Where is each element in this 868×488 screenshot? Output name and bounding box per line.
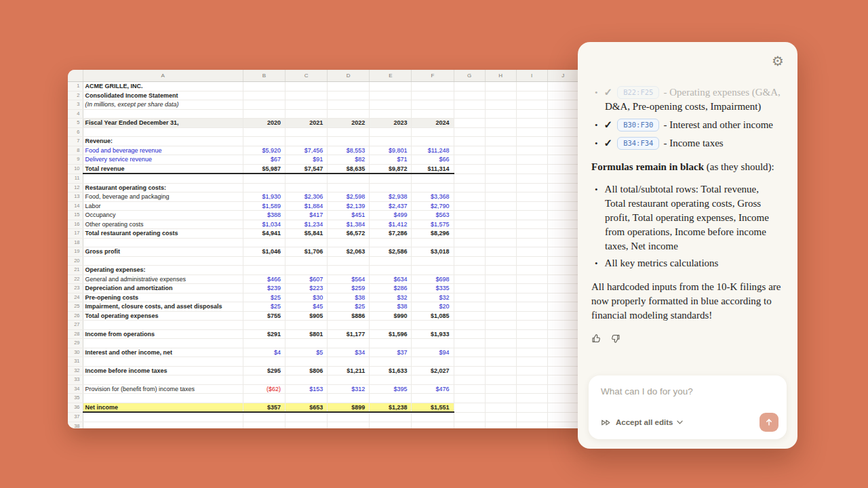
cell[interactable] <box>83 238 243 247</box>
cell[interactable] <box>547 293 578 302</box>
cell[interactable] <box>485 127 516 137</box>
cell[interactable] <box>454 201 485 211</box>
cell[interactable]: $1,238 <box>370 403 412 412</box>
cell[interactable]: $1,034 <box>243 220 285 229</box>
cell[interactable] <box>485 247 516 257</box>
cell[interactable] <box>412 321 454 330</box>
cell[interactable] <box>516 403 547 412</box>
cell[interactable]: $2,063 <box>328 247 370 257</box>
cell[interactable] <box>547 329 578 339</box>
cell[interactable] <box>285 127 328 137</box>
cell[interactable] <box>516 155 547 165</box>
cell[interactable] <box>243 394 285 403</box>
cell[interactable] <box>454 384 485 394</box>
cell[interactable] <box>547 266 578 275</box>
cell[interactable] <box>547 256 578 266</box>
cell[interactable] <box>516 384 547 394</box>
cell[interactable]: $1,085 <box>412 311 454 321</box>
cell[interactable] <box>454 137 485 146</box>
cell[interactable] <box>243 375 285 385</box>
cell[interactable] <box>328 127 370 137</box>
cell[interactable]: Total operating expenses <box>83 311 243 321</box>
cell[interactable]: Occupancy <box>83 211 243 220</box>
cell[interactable] <box>547 119 578 128</box>
thumbs-up-icon[interactable] <box>591 333 601 344</box>
column-header[interactable]: H <box>485 70 516 82</box>
cell[interactable]: $1,706 <box>285 247 328 257</box>
cell[interactable] <box>516 201 547 211</box>
cell[interactable]: $1,046 <box>243 247 285 257</box>
cell[interactable] <box>328 183 370 192</box>
cell[interactable] <box>547 201 578 211</box>
cell[interactable]: $990 <box>370 311 412 321</box>
cell[interactable] <box>412 82 454 92</box>
cell[interactable] <box>454 164 485 174</box>
cell[interactable] <box>485 174 516 183</box>
settings-gear-icon[interactable]: ⚙ <box>772 54 784 68</box>
cell[interactable]: $564 <box>328 274 370 284</box>
cell[interactable] <box>547 137 578 146</box>
cell[interactable] <box>485 339 516 348</box>
cell[interactable] <box>370 394 412 403</box>
cell[interactable] <box>547 127 578 137</box>
cell[interactable] <box>370 82 412 92</box>
row-header[interactable]: 15 <box>68 211 83 220</box>
cell[interactable] <box>454 229 485 239</box>
row-header[interactable]: 37 <box>68 412 83 422</box>
row-header[interactable]: 34 <box>68 384 83 394</box>
cell[interactable] <box>243 174 285 183</box>
cell[interactable]: $7,456 <box>285 146 328 155</box>
cell[interactable]: Fiscal Year Ended December 31, <box>83 119 243 128</box>
cell[interactable] <box>412 127 454 137</box>
row-header[interactable]: 27 <box>68 321 83 330</box>
thumbs-down-icon[interactable] <box>610 333 620 344</box>
cell[interactable] <box>516 91 547 100</box>
cell[interactable]: $8,296 <box>412 229 454 239</box>
row-header[interactable]: 7 <box>68 137 83 146</box>
row-header[interactable]: 33 <box>68 375 83 385</box>
cell[interactable] <box>83 256 243 266</box>
row-header[interactable]: 6 <box>68 127 83 137</box>
cell[interactable] <box>285 109 328 119</box>
row-header[interactable]: 25 <box>68 302 83 312</box>
cell[interactable] <box>485 183 516 192</box>
row-header[interactable]: 35 <box>68 394 83 403</box>
cell[interactable] <box>485 146 516 155</box>
cell[interactable] <box>547 412 578 422</box>
cell[interactable] <box>485 293 516 302</box>
column-header[interactable]: G <box>454 70 485 82</box>
cell[interactable] <box>485 403 516 412</box>
column-header[interactable]: I <box>516 70 547 82</box>
cell[interactable]: $905 <box>285 311 328 321</box>
cell-range-chip[interactable]: B22:F25 <box>617 86 659 99</box>
cell[interactable] <box>328 394 370 403</box>
cell[interactable] <box>328 412 370 422</box>
cell[interactable] <box>454 183 485 192</box>
cell[interactable]: $335 <box>412 284 454 293</box>
cell[interactable]: $34 <box>328 348 370 357</box>
cell[interactable]: Revenue: <box>83 137 243 146</box>
cell[interactable] <box>547 357 578 367</box>
cell[interactable] <box>83 412 243 422</box>
cell[interactable] <box>547 82 578 92</box>
cell[interactable] <box>485 238 516 247</box>
row-header[interactable]: 4 <box>68 109 83 119</box>
cell[interactable] <box>454 375 485 385</box>
cell[interactable] <box>412 266 454 275</box>
cell[interactable]: $25 <box>328 302 370 312</box>
cell[interactable] <box>516 238 547 247</box>
row-header[interactable]: 24 <box>68 293 83 302</box>
cell[interactable]: $395 <box>370 384 412 394</box>
cell[interactable] <box>83 109 243 119</box>
cell[interactable]: 2022 <box>328 119 370 128</box>
cell[interactable] <box>454 284 485 293</box>
cell[interactable] <box>547 211 578 220</box>
cell[interactable]: $1,234 <box>285 220 328 229</box>
cell[interactable] <box>516 146 547 155</box>
cell[interactable]: Income from operations <box>83 329 243 339</box>
cell[interactable] <box>547 155 578 165</box>
row-header[interactable]: 19 <box>68 247 83 257</box>
cell[interactable] <box>547 375 578 385</box>
cell[interactable] <box>485 302 516 312</box>
cell[interactable] <box>370 375 412 385</box>
